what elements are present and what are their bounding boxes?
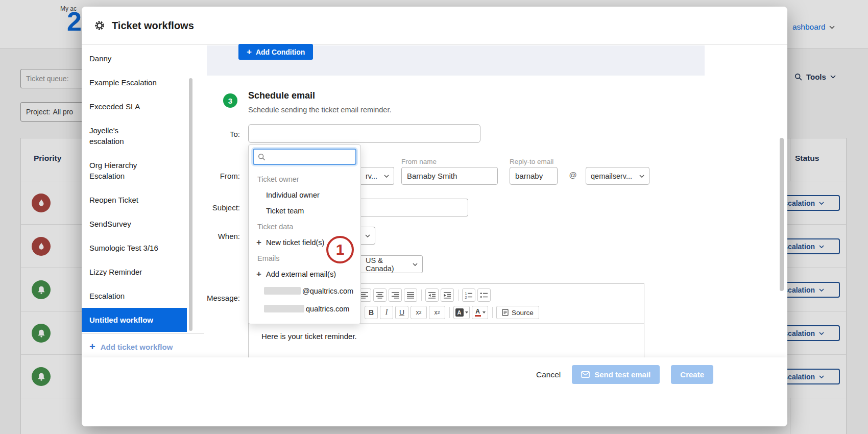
add-condition-label: Add Condition bbox=[256, 48, 305, 56]
from-domain-select[interactable]: rv... bbox=[361, 167, 394, 185]
send-test-email-button[interactable]: Send test email bbox=[572, 365, 660, 384]
text-color-letter: A bbox=[475, 308, 480, 315]
cancel-button[interactable]: Cancel bbox=[536, 370, 561, 379]
toolbar-separator bbox=[421, 290, 422, 301]
to-recipient-dropdown: Ticket owner Individual owner Ticket tea… bbox=[248, 144, 361, 324]
content-scrollbar[interactable] bbox=[780, 138, 784, 291]
add-workflow-label: Add ticket workflow bbox=[101, 343, 173, 351]
option-add-external-email[interactable]: + Add external email(s) bbox=[249, 266, 360, 282]
when-label: When: bbox=[174, 232, 240, 240]
source-label: Source bbox=[512, 309, 534, 317]
redacted-text-block bbox=[264, 287, 301, 295]
reply-domain-select[interactable]: qemailserv... bbox=[586, 167, 649, 185]
ordered-list-button[interactable]: 12 bbox=[462, 288, 475, 302]
when-select[interactable] bbox=[361, 227, 375, 245]
from-label: From: bbox=[174, 172, 240, 180]
align-center-button[interactable] bbox=[373, 288, 387, 302]
annotation-circle-1: 1 bbox=[326, 236, 354, 263]
sidebar-item-sendsurvey[interactable]: SendSurvey bbox=[82, 212, 187, 236]
sidebar-item-exceeded-sla[interactable]: Exceeded SLA bbox=[82, 94, 187, 118]
option-individual-owner[interactable]: Individual owner bbox=[249, 187, 360, 203]
footer-actions: Cancel Send test email Create bbox=[536, 365, 713, 384]
chevron-down-icon bbox=[384, 175, 389, 178]
redacted-text-block bbox=[264, 305, 304, 312]
from-name-input[interactable] bbox=[401, 167, 498, 185]
sidebar-item-lizzy-reminder[interactable]: Lizzy Reminder bbox=[82, 260, 187, 284]
modal-footer: Cancel Send test email Create bbox=[82, 357, 787, 426]
chevron-down-icon bbox=[413, 263, 418, 266]
sidebar-item-untitled-workflow[interactable]: Untitled workflow bbox=[82, 308, 187, 332]
create-button[interactable]: Create bbox=[671, 365, 713, 384]
group-header-ticket-data: Ticket data bbox=[249, 219, 360, 234]
color-swatch bbox=[475, 315, 481, 317]
chevron-down-icon bbox=[639, 175, 644, 178]
underline-button[interactable]: U bbox=[395, 306, 408, 319]
timezone-select[interactable]: US & Canada) bbox=[361, 255, 423, 273]
sidebar-item-reopen-ticket[interactable]: Reopen Ticket bbox=[82, 188, 187, 212]
reply-domain-value: qemailserv... bbox=[591, 172, 632, 180]
timezone-value: US & Canada) bbox=[366, 256, 413, 273]
superscript-button[interactable]: x2 bbox=[429, 306, 445, 319]
bold-button[interactable]: B bbox=[365, 306, 378, 319]
italic-glyph: I bbox=[385, 308, 388, 317]
toolbar-separator bbox=[458, 290, 459, 301]
option-ticket-team[interactable]: Ticket team bbox=[249, 203, 360, 219]
reply-to-input[interactable] bbox=[510, 167, 558, 185]
italic-button[interactable]: I bbox=[380, 306, 393, 319]
plus-icon: + bbox=[89, 342, 95, 352]
background-color-glyph: A bbox=[455, 308, 464, 317]
message-body[interactable]: Here is your ticket reminder. bbox=[249, 324, 644, 341]
create-label: Create bbox=[680, 370, 704, 379]
source-button[interactable]: Source bbox=[496, 306, 539, 319]
toolbar-separator bbox=[492, 307, 493, 318]
toolbar-separator bbox=[449, 307, 450, 318]
step-subtitle: Schedule sending the ticket email remind… bbox=[248, 106, 392, 114]
workflow-list: Danny Example Escalation Exceeded SLA Jo… bbox=[82, 45, 204, 332]
sidebar-item-sumologic-test[interactable]: Sumologic Test 3/16 bbox=[82, 236, 187, 260]
subject-input[interactable] bbox=[361, 199, 468, 216]
sidebar-item-danny[interactable]: Danny bbox=[82, 46, 187, 70]
sidebar-item-org-hierarchy-escalation[interactable]: Org Hierarchy Escalation bbox=[82, 153, 187, 188]
send-test-email-label: Send test email bbox=[594, 370, 650, 379]
step-title: Schedule email bbox=[248, 90, 315, 101]
at-separator: @ bbox=[566, 171, 580, 179]
plus-icon: + bbox=[247, 47, 252, 56]
email-suffix: qualtrics.com bbox=[306, 305, 349, 313]
align-right-button[interactable] bbox=[389, 288, 402, 302]
svg-text:2: 2 bbox=[465, 296, 467, 299]
text-color-glyph: A bbox=[475, 308, 481, 317]
add-external-email-label: Add external email(s) bbox=[266, 270, 336, 278]
envelope-icon bbox=[581, 371, 590, 378]
outdent-button[interactable] bbox=[425, 288, 439, 302]
source-icon bbox=[502, 309, 509, 316]
sidebar-item-joyelles-escalation[interactable]: Joyelle's escalation bbox=[82, 118, 187, 153]
underline-glyph: U bbox=[399, 308, 404, 317]
bullet-list-button[interactable] bbox=[477, 288, 491, 302]
to-label: To: bbox=[174, 130, 240, 138]
option-email-redacted-2[interactable]: qualtrics.com bbox=[249, 300, 360, 318]
step-number-badge: 3 bbox=[223, 93, 237, 108]
dropdown-search-input[interactable] bbox=[269, 153, 351, 161]
sidebar-item-example-escalation[interactable]: Example Escalation bbox=[82, 70, 187, 94]
dropdown-search-box[interactable] bbox=[253, 149, 356, 165]
sidebar-item-escalation[interactable]: Escalation bbox=[82, 284, 187, 308]
align-justify-button[interactable] bbox=[404, 288, 417, 302]
plus-icon: + bbox=[255, 269, 262, 279]
subscript-button[interactable]: x2 bbox=[411, 306, 427, 319]
search-icon bbox=[258, 153, 266, 161]
group-header-ticket-owner: Ticket owner bbox=[249, 171, 360, 187]
modal-title: Ticket workflows bbox=[112, 20, 194, 32]
gear-icon bbox=[94, 20, 105, 31]
indent-button[interactable] bbox=[441, 288, 454, 302]
editor-toolbar-row-2: B I U x2 x2 A A Source bbox=[365, 305, 644, 320]
bold-glyph: B bbox=[369, 308, 374, 317]
plus-icon: + bbox=[255, 237, 262, 248]
to-input[interactable] bbox=[248, 124, 480, 143]
add-ticket-workflow-button[interactable]: + Add ticket workflow bbox=[82, 334, 204, 352]
text-color-button[interactable]: A bbox=[472, 306, 488, 319]
email-suffix: @qualtrics.com bbox=[302, 287, 353, 295]
add-condition-button[interactable]: + Add Condition bbox=[238, 44, 313, 60]
background-color-button[interactable]: A bbox=[453, 306, 470, 319]
option-email-redacted-1[interactable]: @qualtrics.com bbox=[249, 282, 360, 300]
message-label: Message: bbox=[174, 294, 240, 302]
